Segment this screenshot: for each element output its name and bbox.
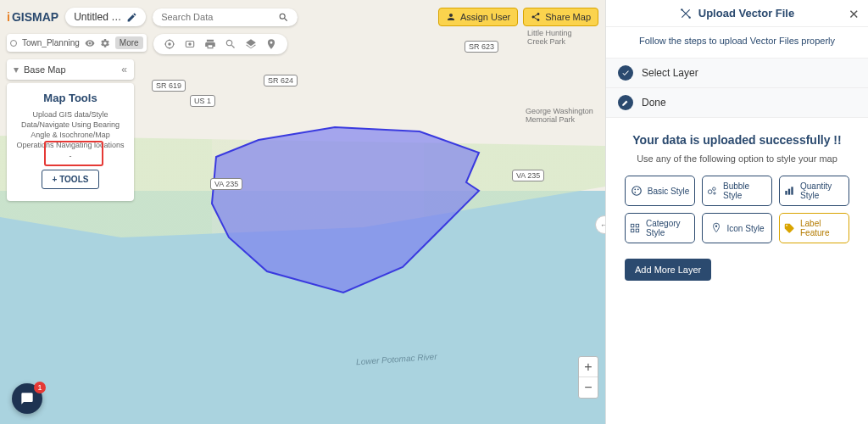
category-style-label: Category Style [646,219,691,237]
zoom-in-button[interactable]: + [579,357,598,377]
locate-icon[interactable] [164,38,175,50]
share-map-button[interactable]: Share Map [523,8,598,26]
layer-chip[interactable]: Town_Planning More [7,34,147,52]
pin-icon[interactable] [265,38,277,50]
tools-button[interactable]: + TOOLS [42,170,100,189]
map-tools-title: Map Tools [15,92,125,104]
road-shield-sr623: SR 623 [465,41,498,53]
layer-symbol-icon [10,40,17,47]
step-select-layer[interactable]: Select Layer [606,58,868,88]
bubble-style-label: Bubble Style [723,181,768,200]
chat-icon [20,392,34,405]
capture-icon[interactable] [184,38,196,50]
road-shield-va235b: VA 235 [512,170,544,181]
road-shield-va235a: VA 235 [210,178,242,190]
map-label-gwmp: George Washington Memorial Park [526,107,600,124]
share-map-label: Share Map [545,12,591,22]
collapse-icon[interactable]: « [121,64,127,75]
svg-rect-16 [631,224,634,227]
zoom-select-icon[interactable] [225,38,236,50]
upload-panel-subtitle: Follow the steps to upload Vector Files … [606,27,868,58]
step-done-label: Done [642,97,666,109]
grid-icon [629,222,641,234]
road-shield-sr619: SR 619 [152,80,186,92]
upload-panel: Upload Vector File ✕ Follow the steps to… [605,0,868,424]
svg-rect-13 [785,191,787,195]
step-done[interactable]: Done [606,88,868,118]
bubble-style-button[interactable]: Bubble Style [702,176,772,206]
pencil-icon [621,98,630,107]
bars-icon [783,185,795,197]
road-shield-sr624: SR 624 [264,75,298,86]
svg-point-20 [715,226,716,227]
svg-point-0 [168,42,171,46]
marker-icon [710,222,722,234]
layer-more-button[interactable]: More [115,36,143,49]
map-tools-desc: Upload GIS data/Style Data/Navigate Usin… [15,109,125,161]
svg-point-3 [188,42,192,46]
map-label-park: Little Hunting Creek Park [527,29,587,46]
user-icon [446,12,456,22]
chevron-down-icon: ▾ [14,64,19,75]
bubbles-icon [706,185,718,197]
assign-user-button[interactable]: Assign User [438,8,518,26]
selected-polygon[interactable] [208,123,487,301]
visibility-icon[interactable] [85,38,95,48]
icon-style-label: Icon Style [727,224,765,233]
quantity-style-button[interactable]: Quantity Style [779,176,849,206]
check-icon [621,69,630,77]
close-panel-button[interactable]: ✕ [849,7,860,22]
quantity-style-label: Quantity Style [800,181,845,200]
label-feature-label: Label Feature [800,219,845,237]
app-logo: iGISMAP [7,10,58,24]
upload-success-message: Your data is uploaded successfully !! [606,118,868,153]
edit-icon[interactable] [126,12,137,23]
road-shield-us1: US 1 [190,95,215,107]
icon-style-button[interactable]: Icon Style [702,213,772,243]
chat-badge: 1 [34,382,46,393]
map-toolbar [153,34,287,54]
map-tools-card: Map Tools Upload GIS data/Style Data/Nav… [7,83,134,201]
layers-icon[interactable] [245,38,257,50]
gear-icon[interactable] [100,38,110,48]
logo-text: GISMAP [12,10,58,24]
svg-rect-18 [631,229,634,232]
basemap-label: Base Map [24,64,66,75]
zoom-out-button[interactable]: − [579,377,598,398]
basic-style-label: Basic Style [648,187,689,196]
svg-rect-17 [636,224,639,227]
basemap-toggle[interactable]: ▾ Base Map « [7,59,134,80]
vector-icon [680,8,692,20]
svg-point-7 [634,188,636,190]
share-icon [531,12,541,22]
step-select-layer-label: Select Layer [642,67,698,79]
svg-point-6 [632,187,642,196]
svg-point-8 [637,188,639,190]
tag-icon [783,222,795,234]
upload-panel-title: Upload Vector File [698,7,794,20]
map-label-river: Lower Potomac River [356,352,437,367]
style-options-grid: Basic Style Bubble Style Quantity Style … [606,176,868,255]
print-icon[interactable] [204,38,216,50]
svg-point-4 [681,8,682,10]
search-input[interactable] [161,12,278,22]
assign-user-label: Assign User [460,12,510,22]
svg-rect-15 [791,187,793,194]
category-style-button[interactable]: Category Style [625,213,695,243]
palette-icon [631,185,643,197]
style-hint: Use any of the following option to style… [606,153,868,176]
logo-accent: i [7,10,10,24]
map-title-chip[interactable]: Untitled … [65,8,146,26]
svg-point-11 [713,187,716,191]
add-more-layer-button[interactable]: Add More Layer [625,259,711,281]
map-title-text: Untitled … [74,11,121,23]
svg-rect-19 [636,229,639,232]
label-feature-button[interactable]: Label Feature [779,213,849,243]
basic-style-button[interactable]: Basic Style [625,176,695,206]
search-icon[interactable] [278,12,289,23]
svg-point-10 [708,190,712,194]
svg-point-12 [714,192,715,194]
svg-point-5 [688,16,690,18]
search-box[interactable] [153,8,298,26]
zoom-control: + − [578,356,598,399]
